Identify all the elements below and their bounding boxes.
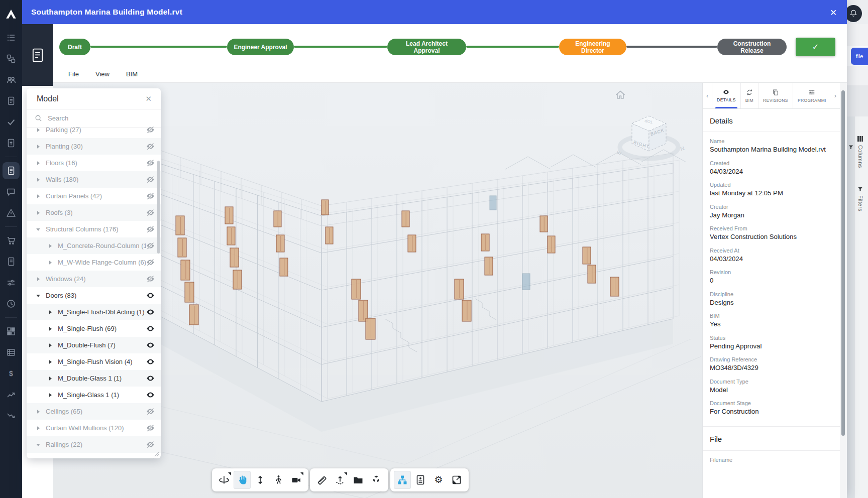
visibility-on-icon[interactable] — [146, 357, 155, 366]
visibility-on-icon[interactable] — [146, 291, 155, 300]
measure-icon[interactable] — [313, 471, 331, 489]
chevron-right-icon[interactable] — [48, 310, 53, 315]
sidebar-item-comments[interactable] — [0, 181, 22, 202]
notifications-icon[interactable] — [845, 5, 862, 22]
tab-bim[interactable]: BIM — [740, 83, 758, 108]
tree-row-ceilings[interactable]: Ceilings (65) — [27, 403, 161, 420]
visibility-off-icon[interactable] — [146, 225, 155, 233]
workflow-step-engineering-director[interactable]: Engineering Director — [559, 39, 626, 55]
workflow-step-lead-architect-approval[interactable]: Lead Architect Approval — [387, 39, 466, 55]
sidebar-item-costs[interactable]: $ — [0, 363, 22, 384]
chevron-right-icon[interactable] — [48, 359, 53, 364]
columns-control[interactable]: Columns — [857, 136, 863, 168]
close-icon[interactable]: ✕ — [827, 6, 840, 19]
menu-file[interactable]: File — [65, 70, 92, 78]
panel-scrollbar-thumb[interactable] — [841, 90, 845, 436]
tree-row-curtain-wall-mullions[interactable]: Curtain Wall Mullions (120) — [27, 420, 161, 436]
sidebar-item-trend-down[interactable] — [0, 405, 22, 426]
visibility-off-icon[interactable] — [146, 159, 155, 167]
explode-model-icon[interactable] — [368, 471, 385, 489]
chevron-right-icon[interactable] — [36, 128, 41, 133]
sidebar-item-file-upload[interactable] — [0, 133, 22, 154]
visibility-off-icon[interactable] — [146, 208, 155, 217]
tree-row-concrete-round-column[interactable]: M_Concrete-Round-Column (170) — [27, 237, 161, 254]
tabs-chevron-left-icon[interactable]: ‹ — [703, 83, 712, 108]
sidebar-item-adjustments[interactable] — [0, 272, 22, 293]
sidebar-item-history[interactable] — [0, 293, 22, 314]
file-button[interactable]: file — [851, 48, 868, 65]
filter-icon[interactable] — [848, 144, 854, 150]
workflow-step-draft[interactable]: Draft — [59, 39, 90, 55]
tree-row-single-flush-vision[interactable]: M_Single-Flush Vision (4) — [27, 353, 161, 370]
chevron-down-icon[interactable] — [36, 227, 41, 232]
tab-revisions[interactable]: REVISIONS — [758, 83, 793, 108]
visibility-off-icon[interactable] — [146, 258, 155, 267]
pan-hand-icon[interactable] — [234, 471, 251, 489]
tree-row-structural-columns[interactable]: Structural Columns (176) — [27, 221, 161, 237]
chevron-right-icon[interactable] — [48, 243, 53, 248]
menu-bim[interactable]: BIM — [123, 70, 151, 78]
elevation-icon[interactable] — [332, 471, 349, 489]
orbit-icon[interactable] — [215, 471, 233, 489]
tree-row-roofs[interactable]: Roofs (3) — [27, 204, 161, 221]
visibility-on-icon[interactable] — [146, 308, 155, 316]
sidebar-item-trend-up[interactable] — [0, 384, 22, 405]
tab-details[interactable]: DETAILS — [712, 83, 740, 108]
sidebar-item-documents[interactable] — [0, 90, 22, 111]
view-cube[interactable]: E N RIGHT BACK TOP — [601, 103, 696, 166]
tabs-chevron-right-icon[interactable]: › — [831, 83, 840, 108]
sidebar-item-documents-active[interactable] — [0, 160, 22, 181]
chevron-down-icon[interactable] — [36, 442, 41, 447]
visibility-off-icon[interactable] — [146, 175, 155, 184]
tree-row-windows[interactable]: Windows (24) — [27, 271, 161, 287]
visibility-off-icon[interactable] — [146, 241, 155, 250]
sidebar-item-workflow[interactable] — [0, 48, 22, 69]
properties-icon[interactable] — [412, 471, 429, 489]
approve-button[interactable]: ✓ — [796, 38, 835, 56]
tab-programme[interactable]: PROGRAMMI — [793, 83, 831, 108]
chevron-right-icon[interactable] — [48, 393, 53, 398]
visibility-off-icon[interactable] — [146, 126, 155, 134]
tree-row-floors[interactable]: Floors (16) — [27, 155, 161, 171]
sidebar-item-dashboard[interactable] — [0, 321, 22, 342]
sidebar-item-cart[interactable] — [0, 230, 22, 251]
model-tree-icon[interactable] — [394, 471, 411, 489]
chevron-right-icon[interactable] — [48, 376, 53, 381]
chevron-right-icon[interactable] — [36, 177, 41, 182]
chevron-right-icon[interactable] — [36, 210, 41, 215]
visibility-off-icon[interactable] — [146, 407, 155, 416]
sidebar-item-schedule[interactable] — [0, 342, 22, 363]
visibility-on-icon[interactable] — [146, 374, 155, 383]
visibility-on-icon[interactable] — [146, 341, 155, 349]
visibility-off-icon[interactable] — [146, 457, 155, 458]
filters-control[interactable]: Filters — [857, 186, 863, 211]
tree-row-railing[interactable]: Railing (22) — [27, 453, 161, 458]
tree-row-planting[interactable]: Planting (30) — [27, 138, 161, 155]
resize-handle[interactable] — [154, 452, 159, 457]
tree-row-double-glass[interactable]: M_Double-Glass 1 (1) — [27, 370, 161, 387]
home-view-icon[interactable] — [615, 90, 626, 100]
tree-row-curtain-panels[interactable]: Curtain Panels (42) — [27, 188, 161, 204]
camera-icon[interactable] — [288, 471, 305, 489]
tree-row-single-flush[interactable]: M_Single-Flush (69) — [27, 320, 161, 337]
sidebar-item-approvals[interactable] — [0, 111, 22, 133]
chevron-right-icon[interactable] — [36, 161, 41, 166]
chevron-down-icon[interactable] — [36, 293, 41, 298]
model-panel-scrollbar-thumb[interactable] — [157, 161, 160, 254]
chevron-right-icon[interactable] — [36, 409, 41, 414]
folder-icon[interactable] — [350, 471, 367, 489]
tree-row-double-flush[interactable]: M_Double-Flush (7) — [27, 337, 161, 353]
chevron-right-icon[interactable] — [36, 426, 41, 431]
chevron-right-icon[interactable] — [36, 194, 41, 199]
settings-gear-icon[interactable]: ⚙ — [430, 471, 447, 489]
sidebar-item-invoices[interactable] — [0, 251, 22, 272]
chevron-right-icon[interactable] — [36, 277, 41, 282]
tree-row-railings[interactable]: Railings (22) — [27, 436, 161, 453]
visibility-on-icon[interactable] — [146, 391, 155, 399]
chevron-right-icon[interactable] — [48, 343, 53, 348]
chevron-right-icon[interactable] — [48, 326, 53, 331]
zoom-vertical-icon[interactable] — [252, 471, 269, 489]
workflow-step-construction-release[interactable]: Construction Release — [717, 39, 787, 55]
visibility-off-icon[interactable] — [146, 440, 155, 449]
tree-row-doors[interactable]: Doors (83) — [27, 287, 161, 304]
